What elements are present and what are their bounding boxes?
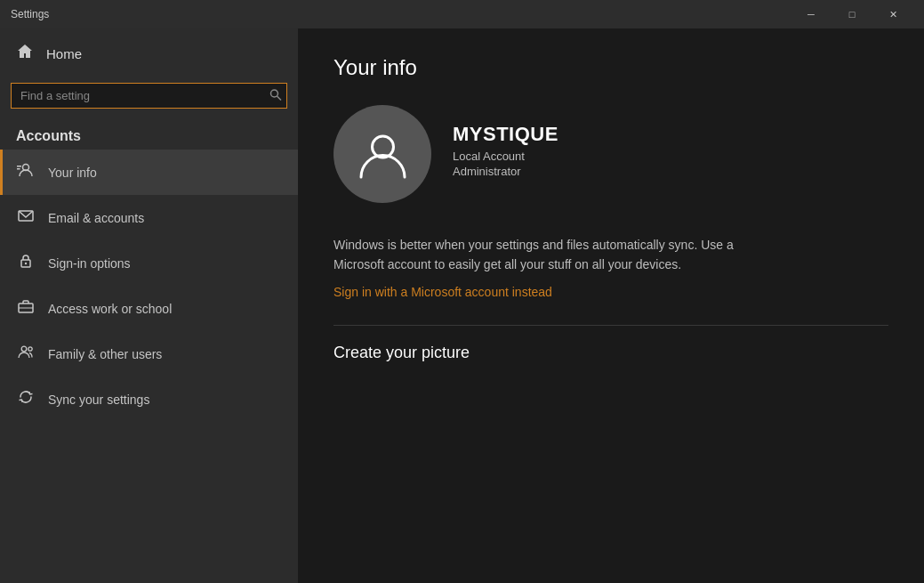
svg-point-7: [25, 263, 27, 264]
page-title: Your info: [333, 55, 888, 80]
sidebar-label-your-info: Your info: [48, 166, 97, 180]
user-role: Administrator: [453, 165, 558, 178]
sidebar-nav: Your info Email & accounts: [0, 150, 298, 583]
sync-text: Windows is better when your settings and…: [333, 235, 734, 275]
minimize-button[interactable]: ─: [791, 0, 832, 28]
sync-icon: [16, 388, 36, 410]
home-label: Home: [46, 46, 82, 61]
user-account-type: Local Account: [453, 150, 558, 163]
group-icon: [16, 343, 36, 365]
section-divider: [333, 325, 888, 326]
lock-icon: [16, 252, 36, 274]
sidebar-section-title: Accounts: [0, 119, 298, 150]
svg-point-11: [28, 347, 32, 351]
sidebar-label-email-accounts: Email & accounts: [48, 211, 144, 225]
close-button[interactable]: ✕: [872, 0, 913, 28]
sidebar-item-sync-settings[interactable]: Sync your settings: [0, 377, 298, 422]
sidebar-item-sign-in[interactable]: Sign-in options: [0, 240, 298, 286]
window-controls: ─ □ ✕: [791, 0, 913, 28]
sidebar-label-work-school: Access work or school: [48, 302, 172, 316]
user-name: MYSTIQUE: [453, 123, 558, 146]
home-icon: [16, 43, 34, 65]
app-body: Home Accounts: [0, 28, 924, 583]
person-icon: [16, 161, 36, 183]
briefcase-icon: [16, 297, 36, 320]
avatar-icon: [354, 126, 412, 183]
sidebar-item-home[interactable]: Home: [0, 28, 298, 79]
ms-account-link[interactable]: Sign in with a Microsoft account instead: [333, 285, 552, 299]
titlebar: Settings ─ □ ✕: [0, 0, 924, 28]
sidebar: Home Accounts: [0, 28, 298, 583]
sidebar-label-sign-in: Sign-in options: [48, 256, 131, 271]
search-input[interactable]: [11, 83, 287, 109]
avatar: [333, 105, 431, 203]
sidebar-label-family-users: Family & other users: [48, 347, 162, 361]
sidebar-item-work-school[interactable]: Access work or school: [0, 286, 298, 331]
svg-point-10: [21, 346, 27, 352]
svg-rect-4: [17, 168, 20, 170]
svg-point-0: [271, 90, 278, 97]
svg-line-1: [277, 96, 282, 101]
user-profile-section: MYSTIQUE Local Account Administrator: [333, 105, 888, 203]
app-title: Settings: [11, 8, 791, 20]
sidebar-item-email-accounts[interactable]: Email & accounts: [0, 195, 298, 240]
main-content: Your info MYSTIQUE Local Account Adminis…: [298, 28, 924, 583]
search-icon[interactable]: [269, 88, 282, 103]
email-icon: [16, 206, 36, 229]
user-info: MYSTIQUE Local Account Administrator: [453, 105, 558, 178]
maximize-button[interactable]: □: [832, 0, 872, 28]
sidebar-item-your-info[interactable]: Your info: [0, 150, 298, 195]
create-picture-heading: Create your picture: [333, 344, 888, 362]
svg-rect-3: [17, 166, 21, 167]
search-box: [11, 83, 287, 109]
sync-info-box: Windows is better when your settings and…: [333, 235, 734, 300]
sidebar-label-sync-settings: Sync your settings: [48, 393, 149, 407]
sidebar-item-family-users[interactable]: Family & other users: [0, 331, 298, 377]
